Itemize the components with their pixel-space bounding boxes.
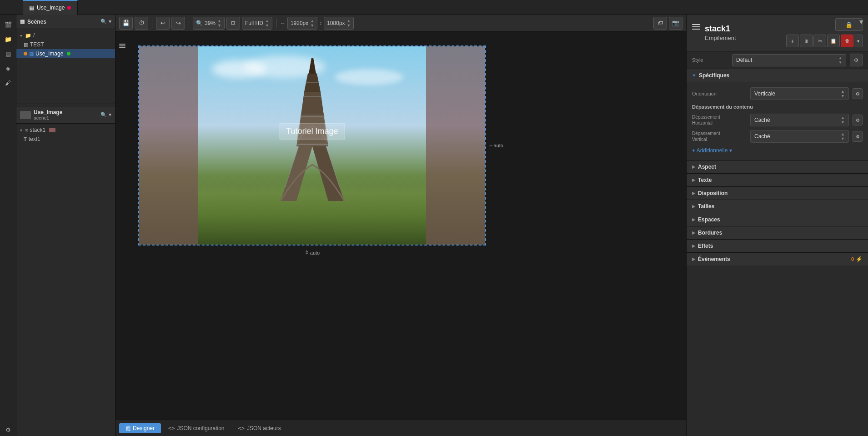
orientation-arrows: ▲▼	[841, 89, 845, 98]
depassement-h-control[interactable]: Caché ▲▼	[750, 114, 849, 126]
orientation-settings[interactable]: ⚙	[853, 88, 863, 99]
section-bordures[interactable]: ▶ Bordures	[687, 226, 868, 239]
events-lightning-icon: ⚡	[856, 256, 863, 262]
top-right-dropdown-arrow[interactable]: ▼	[858, 18, 864, 25]
section-tailles[interactable]: ▶ Tailles	[687, 200, 868, 213]
rp-subtitle: Empilement	[705, 35, 736, 41]
tree-item-root[interactable]: ▾ 📁 /	[16, 31, 115, 40]
rp-header: stack1 Empilement 🔒 + ⊕ ✂ 📋	[687, 15, 868, 51]
tree-item-use-image[interactable]: ▦ Use_Image	[16, 49, 115, 58]
tree-label-use-image: Use_Image	[35, 50, 63, 57]
scenes-icon-btn[interactable]: 🎬	[1, 18, 15, 31]
section-aspect[interactable]: ▶ Aspect	[687, 160, 868, 173]
undo-button[interactable]: ↩	[156, 17, 170, 30]
panel-divider	[16, 104, 115, 104]
camera-button[interactable]: 📷	[669, 17, 682, 30]
brush-icon-btn[interactable]: 🖌	[1, 76, 15, 89]
tag-button[interactable]: 🏷	[653, 17, 667, 30]
search-icon[interactable]: 🔍	[100, 19, 107, 25]
canvas-frame: Tutoriel Image	[138, 45, 486, 246]
style-settings-btn[interactable]: ⚙	[850, 54, 863, 66]
res-arrows: ▲▼	[265, 19, 269, 28]
section-disposition[interactable]: ▶ Disposition	[687, 186, 868, 200]
duplicate-button[interactable]: ⊕	[800, 35, 813, 47]
layers-icon-btn[interactable]: ▤	[1, 47, 15, 60]
settings-icon-btn[interactable]: ⚙	[1, 423, 15, 436]
evenements-arrow: ▶	[692, 257, 695, 261]
orientation-control[interactable]: Verticale ▲▼	[750, 87, 849, 100]
tab-json-config[interactable]: <> JSON configuration	[162, 423, 231, 433]
add-button[interactable]: +	[786, 35, 799, 47]
depassement-h-value: Caché	[754, 117, 770, 123]
scene-tree: ▾ 📁 / ▦ TEST ▦ Use_Image	[16, 29, 115, 102]
stack-icon: ≡	[25, 127, 28, 133]
effets-arrow: ▶	[692, 244, 695, 248]
save-button[interactable]: 💾	[119, 17, 133, 30]
toolbar: 💾 ⏱ ↩ ↪ 🔍 39% ▲▼ ⊞ Full HD ▲▼ ↔ 1920px ▲…	[115, 15, 686, 32]
scene-icon-blue: ▦	[29, 51, 34, 57]
tree-item-stack1[interactable]: ▾ ≡ stack1	[16, 125, 115, 135]
scene-panel: ▦ Scènes 🔍 ▾ ▾ 📁 / ▦ TEST ▦	[16, 15, 115, 436]
section-espaces[interactable]: ▶ Espaces	[687, 213, 868, 226]
designer-tab-icon: ▨	[125, 425, 130, 431]
dep-v-settings[interactable]: ⚙	[853, 131, 863, 142]
redo-button[interactable]: ↪	[171, 17, 185, 30]
disposition-arrow: ▶	[692, 191, 695, 195]
tree-item-test[interactable]: ▦ TEST	[16, 40, 115, 49]
shapes-icon-btn[interactable]: ◈	[1, 62, 15, 75]
sep1	[152, 19, 152, 28]
width-control[interactable]: 1920px ▲▼	[287, 17, 317, 30]
dep-v-arrows: ▲▼	[841, 132, 845, 141]
folder-icon-btn[interactable]: 📁	[1, 33, 15, 45]
tab-designer[interactable]: ▨ Designer	[119, 423, 161, 433]
search-icon-2[interactable]: 🔍	[100, 112, 107, 118]
fit-button[interactable]: ⊞	[226, 17, 240, 30]
canvas-container: Tutoriel Image ⇕ auto ↔auto	[138, 45, 486, 246]
history-button[interactable]: ⏱	[135, 17, 148, 30]
scenes-header: ▦ Scènes 🔍 ▾	[16, 15, 115, 29]
rp-right-actions: 🔒 + ⊕ ✂ 📋 🗑 ▾	[786, 18, 863, 47]
style-label: Style	[692, 57, 728, 63]
rp-action-buttons: + ⊕ ✂ 📋 🗑 ▾	[786, 35, 863, 47]
text-icon: T	[24, 136, 27, 142]
action-dropdown[interactable]: ▾	[854, 35, 863, 47]
dropdown-icon-2[interactable]: ▾	[109, 112, 111, 118]
tab-use-image[interactable]: ▦ Use_Image	[23, 0, 78, 15]
canvas-text-content: Tutoriel Image	[286, 127, 338, 136]
texte-arrow: ▶	[692, 178, 695, 182]
canvas-workspace[interactable]: Tutoriel Image ⇕ auto ↔auto	[115, 32, 686, 420]
section-evenements[interactable]: ▶ Événements 0 ⚡	[687, 252, 868, 266]
svg-marker-3	[301, 90, 324, 115]
resolution-selector[interactable]: Full HD ▲▼	[242, 17, 272, 30]
tab-label: Use_Image	[37, 5, 65, 11]
canvas-area: 💾 ⏱ ↩ ↪ 🔍 39% ▲▼ ⊞ Full HD ▲▼ ↔ 1920px ▲…	[115, 15, 686, 436]
paste-button[interactable]: 📋	[827, 35, 840, 47]
section-specifiques[interactable]: ▼ Spécifiques	[687, 69, 868, 82]
delete-button[interactable]: 🗑	[841, 35, 853, 47]
sep2	[189, 19, 189, 28]
scene-thumbnail	[20, 111, 31, 119]
depassement-v-control[interactable]: Caché ▲▼	[750, 130, 849, 143]
svg-marker-5	[309, 58, 316, 74]
tree-label-stack1: stack1	[30, 127, 45, 133]
evenements-label: Événements	[698, 256, 730, 262]
scene-detail-panel: Use_Image scene1 🔍 ▾ ▾ ≡ stack1	[16, 106, 115, 145]
tab-json-actors[interactable]: <> JSON acteurs	[232, 423, 287, 433]
cut-button[interactable]: ✂	[813, 35, 826, 47]
tree-item-text1[interactable]: T text1	[16, 135, 115, 144]
scenes-icon-small: ▦	[20, 19, 25, 25]
scene-icon: ▦	[24, 42, 28, 48]
section-effets[interactable]: ▶ Effets	[687, 239, 868, 252]
json-config-label: JSON configuration	[177, 425, 224, 431]
depassement-v-label: DépassementVertical	[692, 130, 747, 142]
expand-chevron-stack1[interactable]: ▾	[20, 128, 22, 133]
scene-detail-header: Use_Image scene1 🔍 ▾	[16, 106, 115, 124]
zoom-control[interactable]: 🔍 39% ▲▼	[193, 17, 225, 30]
section-texte[interactable]: ▶ Texte	[687, 173, 868, 186]
additionnelle-button[interactable]: + Additionnelle ▾	[687, 145, 868, 156]
dep-h-settings[interactable]: ⚙	[853, 115, 863, 125]
canvas-menu-icon[interactable]	[119, 44, 125, 48]
height-control[interactable]: 1080px ▲▼	[324, 17, 354, 30]
style-value-control[interactable]: Défaut ▲▼	[732, 54, 846, 66]
dropdown-icon[interactable]: ▾	[109, 19, 111, 25]
